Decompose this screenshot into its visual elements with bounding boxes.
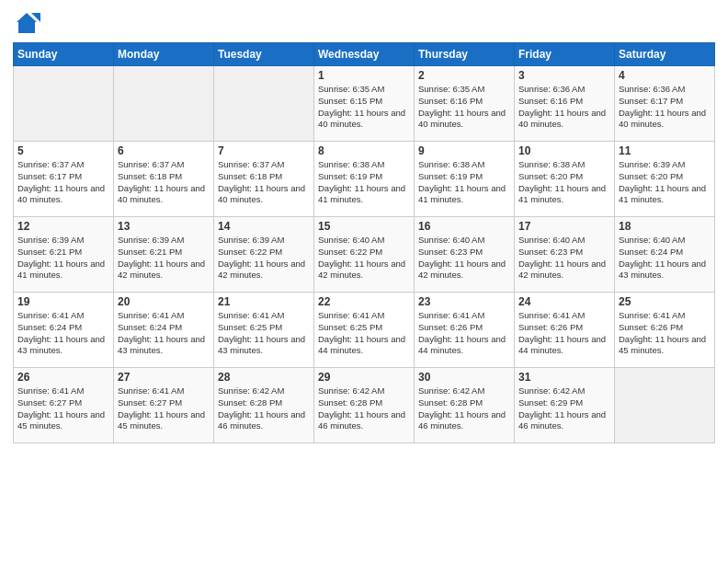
day-info: Sunrise: 6:42 AM Sunset: 6:28 PM Dayligh… <box>418 385 510 432</box>
day-cell: 2Sunrise: 6:35 AM Sunset: 6:16 PM Daylig… <box>415 66 515 142</box>
day-cell: 31Sunrise: 6:42 AM Sunset: 6:29 PM Dayli… <box>515 368 615 443</box>
day-number: 21 <box>218 295 310 308</box>
day-cell: 27Sunrise: 6:41 AM Sunset: 6:27 PM Dayli… <box>114 368 214 443</box>
weekday-tuesday: Tuesday <box>214 43 314 66</box>
day-cell: 22Sunrise: 6:41 AM Sunset: 6:25 PM Dayli… <box>314 293 415 368</box>
day-cell: 16Sunrise: 6:40 AM Sunset: 6:23 PM Dayli… <box>415 217 515 293</box>
day-cell: 24Sunrise: 6:41 AM Sunset: 6:26 PM Dayli… <box>515 293 615 368</box>
day-info: Sunrise: 6:37 AM Sunset: 6:18 PM Dayligh… <box>118 159 210 206</box>
day-cell: 1Sunrise: 6:35 AM Sunset: 6:15 PM Daylig… <box>314 66 415 142</box>
day-cell: 7Sunrise: 6:37 AM Sunset: 6:18 PM Daylig… <box>214 142 314 217</box>
day-info: Sunrise: 6:37 AM Sunset: 6:18 PM Dayligh… <box>218 159 310 206</box>
day-cell: 25Sunrise: 6:41 AM Sunset: 6:26 PM Dayli… <box>615 293 715 368</box>
day-info: Sunrise: 6:41 AM Sunset: 6:27 PM Dayligh… <box>17 385 109 432</box>
day-cell: 20Sunrise: 6:41 AM Sunset: 6:24 PM Dayli… <box>114 293 214 368</box>
day-number: 12 <box>17 220 109 233</box>
day-info: Sunrise: 6:41 AM Sunset: 6:24 PM Dayligh… <box>17 310 109 357</box>
day-info: Sunrise: 6:38 AM Sunset: 6:19 PM Dayligh… <box>418 159 510 206</box>
day-info: Sunrise: 6:41 AM Sunset: 6:25 PM Dayligh… <box>318 310 410 357</box>
week-row-5: 26Sunrise: 6:41 AM Sunset: 6:27 PM Dayli… <box>14 368 715 443</box>
day-cell: 11Sunrise: 6:39 AM Sunset: 6:20 PM Dayli… <box>615 142 715 217</box>
day-cell: 17Sunrise: 6:40 AM Sunset: 6:23 PM Dayli… <box>515 217 615 293</box>
day-number: 9 <box>418 144 510 157</box>
day-number: 3 <box>518 69 610 82</box>
day-number: 1 <box>318 69 410 82</box>
day-cell: 19Sunrise: 6:41 AM Sunset: 6:24 PM Dayli… <box>14 293 114 368</box>
day-cell: 9Sunrise: 6:38 AM Sunset: 6:19 PM Daylig… <box>415 142 515 217</box>
day-number: 28 <box>218 371 310 384</box>
day-cell: 5Sunrise: 6:37 AM Sunset: 6:17 PM Daylig… <box>14 142 114 217</box>
day-info: Sunrise: 6:39 AM Sunset: 6:21 PM Dayligh… <box>118 235 210 282</box>
week-row-4: 19Sunrise: 6:41 AM Sunset: 6:24 PM Dayli… <box>14 293 715 368</box>
day-cell: 14Sunrise: 6:39 AM Sunset: 6:22 PM Dayli… <box>214 217 314 293</box>
day-cell: 21Sunrise: 6:41 AM Sunset: 6:25 PM Dayli… <box>214 293 314 368</box>
day-number: 26 <box>17 371 109 384</box>
day-number: 30 <box>418 371 510 384</box>
day-number: 22 <box>318 295 410 308</box>
day-cell: 29Sunrise: 6:42 AM Sunset: 6:28 PM Dayli… <box>314 368 415 443</box>
day-info: Sunrise: 6:39 AM Sunset: 6:21 PM Dayligh… <box>17 235 109 282</box>
day-cell <box>214 66 314 142</box>
day-info: Sunrise: 6:41 AM Sunset: 6:26 PM Dayligh… <box>518 310 610 357</box>
day-number: 11 <box>619 144 711 157</box>
day-number: 23 <box>418 295 510 308</box>
day-cell: 6Sunrise: 6:37 AM Sunset: 6:18 PM Daylig… <box>114 142 214 217</box>
day-info: Sunrise: 6:42 AM Sunset: 6:28 PM Dayligh… <box>318 385 410 432</box>
week-row-3: 12Sunrise: 6:39 AM Sunset: 6:21 PM Dayli… <box>14 217 715 293</box>
day-cell <box>114 66 214 142</box>
day-info: Sunrise: 6:37 AM Sunset: 6:17 PM Dayligh… <box>17 159 109 206</box>
day-info: Sunrise: 6:38 AM Sunset: 6:20 PM Dayligh… <box>518 159 610 206</box>
svg-marker-0 <box>17 13 37 33</box>
day-info: Sunrise: 6:35 AM Sunset: 6:15 PM Dayligh… <box>318 84 410 131</box>
day-cell: 30Sunrise: 6:42 AM Sunset: 6:28 PM Dayli… <box>415 368 515 443</box>
day-cell: 23Sunrise: 6:41 AM Sunset: 6:26 PM Dayli… <box>415 293 515 368</box>
logo-icon <box>13 9 40 37</box>
day-cell <box>14 66 114 142</box>
day-number: 4 <box>619 69 711 82</box>
day-info: Sunrise: 6:38 AM Sunset: 6:19 PM Dayligh… <box>318 159 410 206</box>
week-row-1: 1Sunrise: 6:35 AM Sunset: 6:15 PM Daylig… <box>14 66 715 142</box>
day-cell: 26Sunrise: 6:41 AM Sunset: 6:27 PM Dayli… <box>14 368 114 443</box>
day-info: Sunrise: 6:42 AM Sunset: 6:29 PM Dayligh… <box>518 385 610 432</box>
day-info: Sunrise: 6:35 AM Sunset: 6:16 PM Dayligh… <box>418 84 510 131</box>
day-number: 8 <box>318 144 410 157</box>
day-info: Sunrise: 6:41 AM Sunset: 6:25 PM Dayligh… <box>218 310 310 357</box>
day-info: Sunrise: 6:39 AM Sunset: 6:20 PM Dayligh… <box>619 159 711 206</box>
day-cell: 18Sunrise: 6:40 AM Sunset: 6:24 PM Dayli… <box>615 217 715 293</box>
day-number: 5 <box>17 144 109 157</box>
day-info: Sunrise: 6:40 AM Sunset: 6:23 PM Dayligh… <box>418 235 510 282</box>
logo <box>13 9 44 37</box>
calendar: SundayMondayTuesdayWednesdayThursdayFrid… <box>13 42 715 443</box>
day-number: 20 <box>118 295 210 308</box>
day-cell: 4Sunrise: 6:36 AM Sunset: 6:17 PM Daylig… <box>615 66 715 142</box>
day-number: 6 <box>118 144 210 157</box>
weekday-sunday: Sunday <box>14 43 114 66</box>
day-cell: 3Sunrise: 6:36 AM Sunset: 6:16 PM Daylig… <box>515 66 615 142</box>
day-info: Sunrise: 6:40 AM Sunset: 6:24 PM Dayligh… <box>619 235 711 282</box>
day-info: Sunrise: 6:39 AM Sunset: 6:22 PM Dayligh… <box>218 235 310 282</box>
weekday-thursday: Thursday <box>415 43 515 66</box>
weekday-monday: Monday <box>114 43 214 66</box>
weekday-header-row: SundayMondayTuesdayWednesdayThursdayFrid… <box>14 43 715 66</box>
day-info: Sunrise: 6:40 AM Sunset: 6:22 PM Dayligh… <box>318 235 410 282</box>
day-number: 15 <box>318 220 410 233</box>
day-cell: 15Sunrise: 6:40 AM Sunset: 6:22 PM Dayli… <box>314 217 415 293</box>
day-number: 27 <box>118 371 210 384</box>
day-info: Sunrise: 6:36 AM Sunset: 6:16 PM Dayligh… <box>518 84 610 131</box>
weekday-wednesday: Wednesday <box>314 43 415 66</box>
day-cell: 13Sunrise: 6:39 AM Sunset: 6:21 PM Dayli… <box>114 217 214 293</box>
day-number: 18 <box>619 220 711 233</box>
day-number: 7 <box>218 144 310 157</box>
day-info: Sunrise: 6:41 AM Sunset: 6:24 PM Dayligh… <box>118 310 210 357</box>
week-row-2: 5Sunrise: 6:37 AM Sunset: 6:17 PM Daylig… <box>14 142 715 217</box>
day-number: 29 <box>318 371 410 384</box>
day-cell: 28Sunrise: 6:42 AM Sunset: 6:28 PM Dayli… <box>214 368 314 443</box>
day-number: 25 <box>619 295 711 308</box>
day-info: Sunrise: 6:40 AM Sunset: 6:23 PM Dayligh… <box>518 235 610 282</box>
day-number: 17 <box>518 220 610 233</box>
day-number: 16 <box>418 220 510 233</box>
day-info: Sunrise: 6:36 AM Sunset: 6:17 PM Dayligh… <box>619 84 711 131</box>
day-number: 24 <box>518 295 610 308</box>
weekday-saturday: Saturday <box>615 43 715 66</box>
day-cell <box>615 368 715 443</box>
